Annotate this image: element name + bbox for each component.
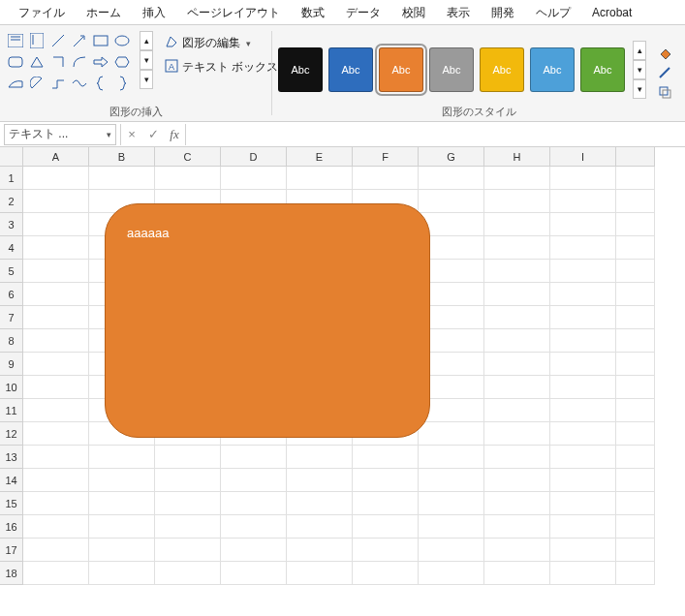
cell[interactable] xyxy=(23,236,89,260)
styles-scroll[interactable]: ▴ ▾ ▾ xyxy=(633,41,646,99)
cell[interactable] xyxy=(550,306,616,329)
cell[interactable] xyxy=(23,353,89,376)
row-header[interactable]: 18 xyxy=(0,562,23,585)
cell[interactable] xyxy=(155,492,221,515)
tab-formulas[interactable]: 数式 xyxy=(291,0,335,25)
cell[interactable] xyxy=(550,283,616,306)
chevron-down-icon[interactable]: ▾ xyxy=(107,130,111,139)
cell[interactable] xyxy=(484,329,550,353)
cell[interactable] xyxy=(221,515,287,539)
row-header[interactable]: 5 xyxy=(0,260,23,283)
cell[interactable] xyxy=(353,492,419,515)
shape-oval-icon[interactable] xyxy=(112,31,132,50)
select-all-corner[interactable] xyxy=(0,147,23,167)
cell[interactable] xyxy=(550,469,616,492)
col-header[interactable]: I xyxy=(550,147,616,167)
style-swatch-orange[interactable]: Abc xyxy=(379,47,423,92)
row-header[interactable]: 13 xyxy=(0,446,23,469)
cell[interactable] xyxy=(419,446,484,469)
shape-textbox-horiz-icon[interactable] xyxy=(6,31,25,50)
cell[interactable] xyxy=(287,446,353,469)
cell[interactable] xyxy=(484,446,550,469)
cell[interactable] xyxy=(287,492,353,515)
cell[interactable] xyxy=(616,399,655,422)
cell[interactable] xyxy=(287,562,353,585)
tab-help[interactable]: ヘルプ xyxy=(525,0,581,25)
cell[interactable] xyxy=(550,167,616,190)
chevron-down-icon[interactable]: ▾ xyxy=(633,60,646,79)
shape-brace-left-icon[interactable] xyxy=(91,74,110,93)
cell[interactable] xyxy=(419,515,484,539)
tab-acrobat[interactable]: Acrobat xyxy=(581,0,642,25)
cell[interactable] xyxy=(287,515,353,539)
cell[interactable] xyxy=(155,446,221,469)
style-swatch-yellow[interactable]: Abc xyxy=(480,47,524,92)
cell[interactable] xyxy=(221,167,287,190)
tab-review[interactable]: 校閲 xyxy=(391,0,436,25)
cell[interactable] xyxy=(221,562,287,585)
shape-flowband-icon[interactable] xyxy=(6,74,25,93)
cell[interactable] xyxy=(616,236,655,260)
shape-effects-icon[interactable] xyxy=(658,85,671,99)
tab-pagelayout[interactable]: ページレイアウト xyxy=(176,0,291,25)
cell[interactable] xyxy=(616,515,655,539)
cell[interactable] xyxy=(221,446,287,469)
tab-file[interactable]: ファイル xyxy=(8,0,76,25)
cell[interactable] xyxy=(155,469,221,492)
cell[interactable] xyxy=(419,562,484,585)
cell[interactable] xyxy=(484,399,550,422)
fx-button[interactable]: fx xyxy=(164,124,185,145)
row-header[interactable]: 12 xyxy=(0,422,23,446)
cell[interactable] xyxy=(616,469,655,492)
tab-insert[interactable]: 挿入 xyxy=(132,0,176,25)
cell[interactable] xyxy=(23,399,89,422)
cell[interactable] xyxy=(616,446,655,469)
shapes-gallery[interactable] xyxy=(6,31,132,93)
cell[interactable] xyxy=(616,283,655,306)
cell[interactable] xyxy=(89,539,155,562)
shape-hexagon-icon[interactable] xyxy=(112,52,132,72)
cancel-button[interactable]: × xyxy=(121,124,142,145)
cell[interactable] xyxy=(550,422,616,446)
tab-home[interactable]: ホーム xyxy=(76,0,132,25)
style-swatch-black[interactable]: Abc xyxy=(278,47,323,92)
cell[interactable] xyxy=(550,376,616,399)
cell[interactable] xyxy=(616,492,655,515)
col-header[interactable]: F xyxy=(353,147,419,167)
worksheet[interactable]: A B C D E F G H I 1234567891011121314151… xyxy=(0,147,685,585)
cell[interactable] xyxy=(616,353,655,376)
chevron-down-bar-icon[interactable]: ▾ xyxy=(633,79,646,99)
cell[interactable] xyxy=(23,213,89,236)
cell[interactable] xyxy=(484,306,550,329)
chevron-down-bar-icon[interactable]: ▾ xyxy=(140,70,153,89)
chevron-up-icon[interactable]: ▴ xyxy=(140,31,153,50)
row-header[interactable]: 6 xyxy=(0,283,23,306)
cell[interactable] xyxy=(550,399,616,422)
cell[interactable] xyxy=(484,539,550,562)
cell[interactable] xyxy=(419,167,484,190)
shape-arc-icon[interactable] xyxy=(70,52,89,72)
cell[interactable] xyxy=(155,562,221,585)
row-header[interactable]: 9 xyxy=(0,353,23,376)
cell[interactable] xyxy=(419,492,484,515)
style-swatch-blue[interactable]: Abc xyxy=(328,47,373,92)
shape-corner-icon[interactable] xyxy=(48,52,68,72)
row-header[interactable]: 7 xyxy=(0,306,23,329)
shape-roundrect-icon[interactable] xyxy=(6,52,25,72)
cell[interactable] xyxy=(23,329,89,353)
cell[interactable] xyxy=(550,260,616,283)
col-header[interactable]: C xyxy=(155,147,221,167)
cell[interactable] xyxy=(23,492,89,515)
cell[interactable] xyxy=(550,213,616,236)
shape-text[interactable]: aaaaaa xyxy=(127,226,169,240)
shape-line-icon[interactable] xyxy=(48,31,68,50)
cell[interactable] xyxy=(484,260,550,283)
style-swatch-lightblue[interactable]: Abc xyxy=(530,47,575,92)
cell[interactable] xyxy=(419,190,484,213)
cell[interactable] xyxy=(287,469,353,492)
cell[interactable] xyxy=(23,422,89,446)
row-header[interactable]: 2 xyxy=(0,190,23,213)
cell[interactable] xyxy=(23,515,89,539)
cell[interactable] xyxy=(353,562,419,585)
shape-outline-icon[interactable] xyxy=(658,66,671,79)
